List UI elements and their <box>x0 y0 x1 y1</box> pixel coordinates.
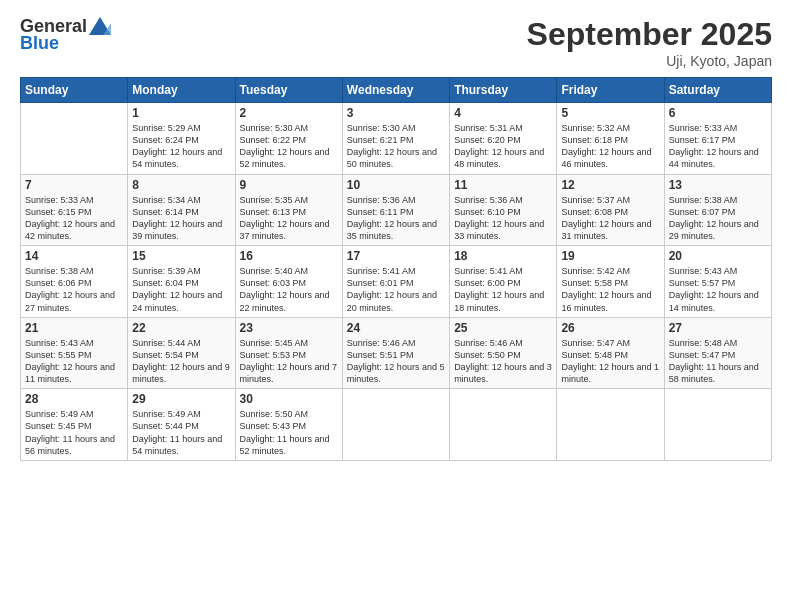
day-number: 14 <box>25 249 123 263</box>
day-number: 20 <box>669 249 767 263</box>
calendar-week-2: 7Sunrise: 5:33 AMSunset: 6:15 PMDaylight… <box>21 174 772 246</box>
day-number: 13 <box>669 178 767 192</box>
weekday-header-sunday: Sunday <box>21 78 128 103</box>
calendar-cell: 24Sunrise: 5:46 AMSunset: 5:51 PMDayligh… <box>342 317 449 389</box>
day-number: 5 <box>561 106 659 120</box>
weekday-header-tuesday: Tuesday <box>235 78 342 103</box>
day-info: Sunrise: 5:31 AMSunset: 6:20 PMDaylight:… <box>454 122 552 171</box>
calendar-cell: 2Sunrise: 5:30 AMSunset: 6:22 PMDaylight… <box>235 103 342 175</box>
day-number: 25 <box>454 321 552 335</box>
day-info: Sunrise: 5:49 AMSunset: 5:44 PMDaylight:… <box>132 408 230 457</box>
calendar-cell: 19Sunrise: 5:42 AMSunset: 5:58 PMDayligh… <box>557 246 664 318</box>
calendar-cell: 11Sunrise: 5:36 AMSunset: 6:10 PMDayligh… <box>450 174 557 246</box>
calendar-cell: 29Sunrise: 5:49 AMSunset: 5:44 PMDayligh… <box>128 389 235 461</box>
day-info: Sunrise: 5:40 AMSunset: 6:03 PMDaylight:… <box>240 265 338 314</box>
day-number: 2 <box>240 106 338 120</box>
weekday-header-monday: Monday <box>128 78 235 103</box>
day-info: Sunrise: 5:36 AMSunset: 6:10 PMDaylight:… <box>454 194 552 243</box>
calendar-cell: 25Sunrise: 5:46 AMSunset: 5:50 PMDayligh… <box>450 317 557 389</box>
calendar-cell: 14Sunrise: 5:38 AMSunset: 6:06 PMDayligh… <box>21 246 128 318</box>
day-number: 10 <box>347 178 445 192</box>
calendar-cell: 20Sunrise: 5:43 AMSunset: 5:57 PMDayligh… <box>664 246 771 318</box>
calendar-cell: 6Sunrise: 5:33 AMSunset: 6:17 PMDaylight… <box>664 103 771 175</box>
day-number: 11 <box>454 178 552 192</box>
calendar-cell <box>664 389 771 461</box>
calendar-cell: 18Sunrise: 5:41 AMSunset: 6:00 PMDayligh… <box>450 246 557 318</box>
day-info: Sunrise: 5:43 AMSunset: 5:55 PMDaylight:… <box>25 337 123 386</box>
calendar-cell: 8Sunrise: 5:34 AMSunset: 6:14 PMDaylight… <box>128 174 235 246</box>
day-number: 9 <box>240 178 338 192</box>
day-info: Sunrise: 5:50 AMSunset: 5:43 PMDaylight:… <box>240 408 338 457</box>
calendar-week-5: 28Sunrise: 5:49 AMSunset: 5:45 PMDayligh… <box>21 389 772 461</box>
calendar-cell: 10Sunrise: 5:36 AMSunset: 6:11 PMDayligh… <box>342 174 449 246</box>
calendar-week-3: 14Sunrise: 5:38 AMSunset: 6:06 PMDayligh… <box>21 246 772 318</box>
calendar-cell: 17Sunrise: 5:41 AMSunset: 6:01 PMDayligh… <box>342 246 449 318</box>
day-info: Sunrise: 5:43 AMSunset: 5:57 PMDaylight:… <box>669 265 767 314</box>
calendar-cell: 28Sunrise: 5:49 AMSunset: 5:45 PMDayligh… <box>21 389 128 461</box>
calendar-cell: 30Sunrise: 5:50 AMSunset: 5:43 PMDayligh… <box>235 389 342 461</box>
day-info: Sunrise: 5:37 AMSunset: 6:08 PMDaylight:… <box>561 194 659 243</box>
calendar-cell: 27Sunrise: 5:48 AMSunset: 5:47 PMDayligh… <box>664 317 771 389</box>
day-info: Sunrise: 5:49 AMSunset: 5:45 PMDaylight:… <box>25 408 123 457</box>
page-header: General Blue September 2025 Uji, Kyoto, … <box>20 16 772 69</box>
month-title: September 2025 <box>527 16 772 53</box>
day-info: Sunrise: 5:30 AMSunset: 6:21 PMDaylight:… <box>347 122 445 171</box>
day-number: 1 <box>132 106 230 120</box>
calendar-cell: 13Sunrise: 5:38 AMSunset: 6:07 PMDayligh… <box>664 174 771 246</box>
day-number: 12 <box>561 178 659 192</box>
day-number: 6 <box>669 106 767 120</box>
weekday-header-friday: Friday <box>557 78 664 103</box>
day-number: 4 <box>454 106 552 120</box>
weekday-header-row: SundayMondayTuesdayWednesdayThursdayFrid… <box>21 78 772 103</box>
day-info: Sunrise: 5:39 AMSunset: 6:04 PMDaylight:… <box>132 265 230 314</box>
weekday-header-thursday: Thursday <box>450 78 557 103</box>
calendar-cell: 4Sunrise: 5:31 AMSunset: 6:20 PMDaylight… <box>450 103 557 175</box>
day-info: Sunrise: 5:35 AMSunset: 6:13 PMDaylight:… <box>240 194 338 243</box>
day-number: 3 <box>347 106 445 120</box>
day-info: Sunrise: 5:36 AMSunset: 6:11 PMDaylight:… <box>347 194 445 243</box>
day-info: Sunrise: 5:38 AMSunset: 6:06 PMDaylight:… <box>25 265 123 314</box>
day-number: 28 <box>25 392 123 406</box>
day-info: Sunrise: 5:42 AMSunset: 5:58 PMDaylight:… <box>561 265 659 314</box>
day-info: Sunrise: 5:32 AMSunset: 6:18 PMDaylight:… <box>561 122 659 171</box>
day-info: Sunrise: 5:34 AMSunset: 6:14 PMDaylight:… <box>132 194 230 243</box>
day-info: Sunrise: 5:44 AMSunset: 5:54 PMDaylight:… <box>132 337 230 386</box>
calendar-cell: 21Sunrise: 5:43 AMSunset: 5:55 PMDayligh… <box>21 317 128 389</box>
day-number: 30 <box>240 392 338 406</box>
day-number: 24 <box>347 321 445 335</box>
calendar-cell: 5Sunrise: 5:32 AMSunset: 6:18 PMDaylight… <box>557 103 664 175</box>
day-info: Sunrise: 5:45 AMSunset: 5:53 PMDaylight:… <box>240 337 338 386</box>
calendar-cell <box>557 389 664 461</box>
day-number: 18 <box>454 249 552 263</box>
calendar-cell: 23Sunrise: 5:45 AMSunset: 5:53 PMDayligh… <box>235 317 342 389</box>
day-number: 22 <box>132 321 230 335</box>
calendar-cell: 26Sunrise: 5:47 AMSunset: 5:48 PMDayligh… <box>557 317 664 389</box>
day-info: Sunrise: 5:33 AMSunset: 6:17 PMDaylight:… <box>669 122 767 171</box>
day-info: Sunrise: 5:38 AMSunset: 6:07 PMDaylight:… <box>669 194 767 243</box>
location: Uji, Kyoto, Japan <box>527 53 772 69</box>
day-number: 8 <box>132 178 230 192</box>
calendar-cell <box>21 103 128 175</box>
weekday-header-saturday: Saturday <box>664 78 771 103</box>
day-info: Sunrise: 5:33 AMSunset: 6:15 PMDaylight:… <box>25 194 123 243</box>
calendar-cell: 3Sunrise: 5:30 AMSunset: 6:21 PMDaylight… <box>342 103 449 175</box>
day-info: Sunrise: 5:41 AMSunset: 6:00 PMDaylight:… <box>454 265 552 314</box>
logo-icon <box>89 17 111 35</box>
day-number: 16 <box>240 249 338 263</box>
day-info: Sunrise: 5:30 AMSunset: 6:22 PMDaylight:… <box>240 122 338 171</box>
calendar-cell: 22Sunrise: 5:44 AMSunset: 5:54 PMDayligh… <box>128 317 235 389</box>
day-info: Sunrise: 5:46 AMSunset: 5:51 PMDaylight:… <box>347 337 445 386</box>
day-number: 21 <box>25 321 123 335</box>
day-info: Sunrise: 5:29 AMSunset: 6:24 PMDaylight:… <box>132 122 230 171</box>
calendar-cell <box>342 389 449 461</box>
logo-blue: Blue <box>20 33 59 54</box>
calendar-week-4: 21Sunrise: 5:43 AMSunset: 5:55 PMDayligh… <box>21 317 772 389</box>
day-info: Sunrise: 5:46 AMSunset: 5:50 PMDaylight:… <box>454 337 552 386</box>
day-number: 23 <box>240 321 338 335</box>
day-number: 19 <box>561 249 659 263</box>
logo: General Blue <box>20 16 111 54</box>
day-number: 15 <box>132 249 230 263</box>
calendar-cell: 9Sunrise: 5:35 AMSunset: 6:13 PMDaylight… <box>235 174 342 246</box>
weekday-header-wednesday: Wednesday <box>342 78 449 103</box>
day-number: 17 <box>347 249 445 263</box>
